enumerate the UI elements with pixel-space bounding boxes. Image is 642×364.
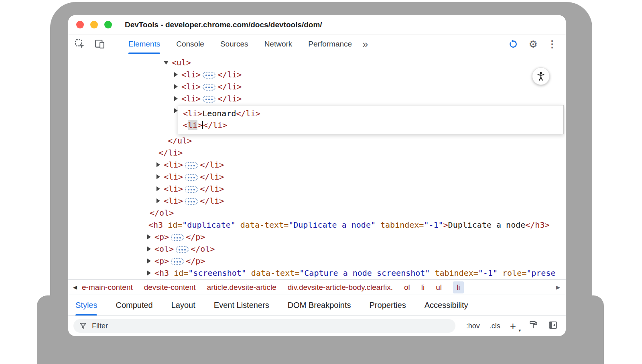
dom-node-line[interactable]: </li> [68,147,566,159]
dom-node-line[interactable]: <li></li> [68,81,566,93]
minimize-window-button[interactable] [90,21,98,28]
inline-edit-box[interactable]: <li>Leonard</li><li></li> [178,105,564,134]
ellipsis-expander-icon[interactable] [185,162,198,169]
sync-icon[interactable] [507,38,519,50]
class-toggle-button[interactable]: .cls [490,322,500,330]
twisty-collapsed-icon[interactable] [146,243,154,255]
dom-node-line[interactable]: <h3 id="screenshot" data-text="Capture a… [68,267,566,279]
more-panels-icon[interactable]: » [362,39,368,49]
settings-gear-icon[interactable]: ⚙ [529,39,538,49]
tab-performance[interactable]: Performance [308,34,352,54]
ellipsis-expander-icon[interactable] [185,198,198,205]
crumb-scroll-right-icon[interactable]: ▶ [556,284,560,290]
filter-input[interactable]: Filter [73,319,455,333]
tab-layout[interactable]: Layout [171,295,195,315]
breadcrumb-item[interactable]: ol [404,283,410,292]
dom-node-line[interactable]: <ol></ol> [68,243,566,255]
twisty-collapsed-icon[interactable] [146,231,154,243]
code-token: <h3 [154,268,169,278]
device-toolbar-icon[interactable] [94,38,106,50]
ellipsis-expander-icon[interactable] [203,84,215,91]
dom-node-line[interactable]: </ol> [68,207,566,219]
paint-roller-icon[interactable] [529,320,538,332]
twisty-collapsed-icon[interactable] [156,159,164,171]
code-token: = [284,220,288,230]
dom-node-line[interactable]: <li>Leonard</li><li></li> [68,105,566,135]
crumb-scroll-left-icon[interactable]: ◀ [73,284,77,290]
twisty-collapsed-icon[interactable] [173,81,181,93]
ellipsis-expander-icon[interactable] [171,258,184,265]
tab-event-listeners[interactable]: Event Listeners [214,295,269,315]
window-title: DevTools - developer.chrome.com/docs/dev… [125,20,322,29]
code-token: </li> [236,109,260,118]
dom-node-line[interactable]: <li></li> [68,159,566,171]
tab-properties[interactable]: Properties [370,295,406,315]
inspect-element-icon[interactable] [74,38,86,50]
ellipsis-expander-icon[interactable] [185,186,198,193]
breadcrumb-item[interactable]: div.devsite-article-body.clearfix. [288,283,393,292]
code-token: </li> [217,94,242,103]
dom-node-line[interactable]: <p></p> [68,255,566,267]
new-style-rule-button[interactable]: +▾ [510,321,519,331]
dom-node-line[interactable]: </ul> [68,135,566,147]
code-token: <p> [154,232,169,242]
code-token: data-text [246,268,295,278]
tab-computed[interactable]: Computed [116,295,152,315]
dom-node-line[interactable]: <li></li> [68,183,566,195]
breadcrumb-item[interactable]: li [453,281,463,293]
ellipsis-expander-icon[interactable] [185,174,198,181]
styles-toolbar-buttons: :hov .cls +▾ [466,320,558,332]
tab-network[interactable]: Network [264,34,293,54]
code-token: </li> [200,184,224,194]
breadcrumb-item[interactable]: article.devsite-article [207,283,276,292]
dom-node-line[interactable]: <h3 id="duplicate" data-text="Duplicate … [68,219,566,231]
code-token: id [163,220,177,230]
breadcrumb-item[interactable]: li [421,283,425,292]
twisty-collapsed-icon[interactable] [156,195,164,207]
tab-elements[interactable]: Elements [128,34,160,54]
dom-node-line[interactable]: <p></p> [68,231,566,243]
tab-sources[interactable]: Sources [220,34,248,54]
code-token: <li> [183,109,202,118]
twisty-collapsed-icon[interactable] [173,69,181,81]
code-token: "-1" [424,220,443,230]
twisty-collapsed-icon[interactable] [156,171,164,183]
zoom-window-button[interactable] [104,21,112,28]
ellipsis-expander-icon[interactable] [176,246,189,253]
inline-edit-line: <li></li> [183,119,559,131]
tab-accessibility[interactable]: Accessibility [425,295,468,315]
ellipsis-expander-icon[interactable] [203,72,215,79]
dom-node-line[interactable]: <li></li> [68,69,566,81]
twisty-collapsed-icon[interactable] [146,255,154,267]
dom-node-line[interactable]: <li></li> [68,93,566,105]
breadcrumb-item[interactable]: e-main-content [82,283,133,292]
pseudo-state-button[interactable]: :hov [466,322,480,330]
breadcrumb-item[interactable]: ul [436,283,442,292]
inline-edit-line: <li>Leonard</li> [183,108,559,119]
styles-toolbar: Filter :hov .cls +▾ [68,315,566,336]
dom-node-line[interactable]: <li></li> [68,171,566,183]
twisty-collapsed-icon[interactable] [173,93,181,105]
dom-node-line[interactable]: <li></li> [68,195,566,207]
toggle-sidebar-icon[interactable] [548,320,558,332]
code-token: <h3 [148,220,163,230]
twisty-collapsed-icon[interactable] [146,267,154,279]
close-window-button[interactable] [76,21,84,28]
ellipsis-expander-icon[interactable] [171,234,184,241]
code-token: = [522,268,526,278]
twisty-expanded-icon[interactable] [164,57,172,69]
code-token: Leonard [202,109,236,118]
accessibility-fab[interactable] [532,67,550,85]
devtools-toolbar: ElementsConsoleSourcesNetworkPerformance… [68,34,566,54]
code-token: <li> [164,184,183,194]
kebab-menu-icon[interactable]: ⋮ [547,39,557,49]
tab-console[interactable]: Console [176,34,204,54]
breadcrumb-items: e-main-contentdevsite-contentarticle.dev… [82,281,556,293]
code-token: </li> [200,196,224,206]
tab-dom-breakpoints[interactable]: DOM Breakpoints [288,295,351,315]
tab-styles[interactable]: Styles [75,295,97,315]
twisty-collapsed-icon[interactable] [156,183,164,195]
breadcrumb-item[interactable]: devsite-content [144,283,196,292]
ellipsis-expander-icon[interactable] [203,96,215,103]
dom-node-line[interactable]: <ul> [68,57,566,69]
